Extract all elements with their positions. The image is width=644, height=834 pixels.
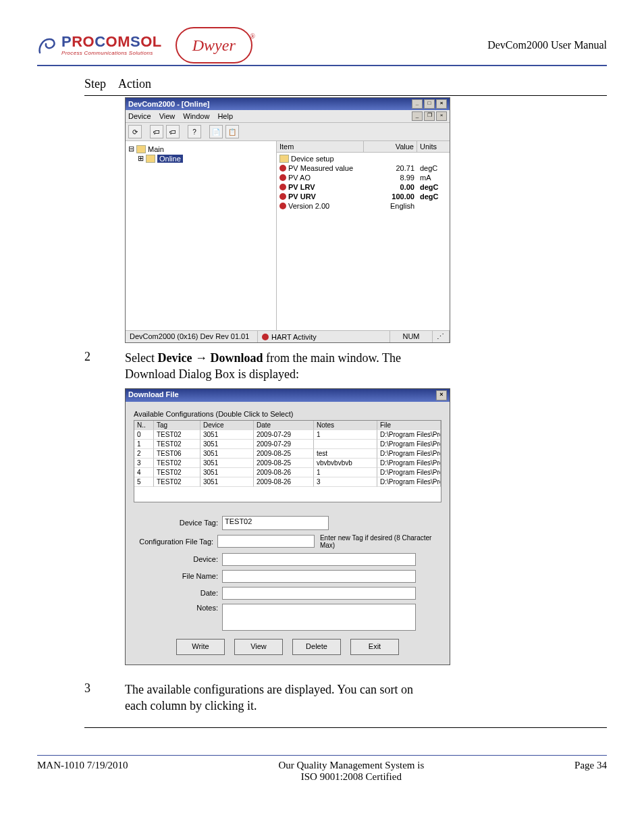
brand-tagline: Process Communications Solutions bbox=[61, 51, 162, 56]
config-tag-label: Configuration File Tag: bbox=[134, 538, 217, 546]
separator bbox=[84, 727, 607, 728]
dialog-caption: Available Configurations (Double Click t… bbox=[134, 410, 441, 418]
col-value[interactable]: Value bbox=[364, 141, 417, 152]
status-num: NUM bbox=[390, 331, 433, 342]
view-button[interactable]: View bbox=[234, 639, 283, 655]
tree-pane: ⊟Main ⊞Online bbox=[126, 141, 277, 330]
table-row[interactable]: 0TEST0230512009-07-291D:\Program Files\P… bbox=[134, 430, 441, 440]
param-icon bbox=[279, 165, 286, 172]
col-step: Step bbox=[84, 77, 106, 91]
col-file[interactable]: File bbox=[377, 421, 441, 430]
resize-grip-icon: ⋰ bbox=[433, 331, 450, 342]
status-hart: HART Activity bbox=[271, 333, 317, 341]
device-tag-label: Device Tag: bbox=[134, 519, 222, 527]
status-bar: DevCom2000 (0x16) Dev Rev 01.01 HART Act… bbox=[126, 330, 450, 342]
toolbar-btn-4[interactable]: ? bbox=[188, 125, 201, 138]
col-notes[interactable]: Notes bbox=[314, 421, 377, 430]
minimize-icon[interactable]: _ bbox=[412, 99, 423, 109]
manual-title: DevCom2000 User Manual bbox=[487, 39, 607, 51]
param-icon bbox=[279, 184, 286, 190]
menu-help[interactable]: Help bbox=[217, 112, 233, 120]
table-row[interactable]: 5TEST0230512009-08-263D:\Program Files\P… bbox=[134, 477, 441, 487]
config-tag-hint: Enter new Tag if desired (8 Character Ma… bbox=[320, 534, 441, 549]
app-window-screenshot: DevCom2000 - [Online] _ □ × Device View … bbox=[125, 97, 450, 343]
menu-view[interactable]: View bbox=[159, 112, 176, 120]
step-text: Select Device → Download from the main w… bbox=[125, 350, 435, 383]
notes-input[interactable] bbox=[222, 604, 416, 631]
table-row[interactable]: 2TEST0630512009-08-25testD:\Program File… bbox=[134, 449, 441, 459]
step-number: 2 bbox=[84, 350, 98, 364]
config-table: N.. Tag Device Date Notes File 0TEST0230… bbox=[134, 420, 441, 502]
procomsol-logo: PROCOMSOL Process Communications Solutio… bbox=[37, 34, 162, 56]
toolbar-btn-3[interactable]: 🏷 bbox=[166, 125, 180, 138]
folder-icon bbox=[136, 145, 146, 153]
footer-left: MAN-1010 7/19/2010 bbox=[37, 760, 128, 783]
brand-name: PROCOMSOL bbox=[61, 34, 162, 49]
footer-mid-1: Our Quality Management System is bbox=[128, 760, 574, 771]
config-tag-input[interactable] bbox=[217, 535, 315, 548]
table-row[interactable]: 4TEST0230512009-08-261D:\Program Files\P… bbox=[134, 468, 441, 477]
dialog-close-icon[interactable]: × bbox=[436, 390, 447, 400]
exit-button[interactable]: Exit bbox=[350, 639, 399, 655]
arrow-icon: → bbox=[195, 351, 207, 365]
col-action: Action bbox=[118, 77, 151, 91]
footer-mid-2: ISO 9001:2008 Certified bbox=[128, 771, 574, 783]
table-row[interactable]: 3TEST0230512009-08-25vbvbvbvbvbD:\Progra… bbox=[134, 459, 441, 468]
toolbar: ⟳ 🏷 🏷 ? 📄 📋 bbox=[126, 123, 450, 141]
title-bar: DevCom2000 - [Online] _ □ × bbox=[126, 98, 450, 110]
step-text: The available configurations are display… bbox=[125, 681, 435, 714]
mdi-bar: Device View Window Help _ ❐ × bbox=[126, 110, 450, 123]
tree-online[interactable]: Online bbox=[157, 155, 183, 163]
delete-button[interactable]: Delete bbox=[292, 639, 341, 655]
filename-input[interactable] bbox=[222, 570, 416, 583]
tree-main[interactable]: Main bbox=[148, 145, 164, 153]
mdi-close-icon[interactable]: × bbox=[436, 111, 447, 121]
list-row[interactable]: Device setup bbox=[277, 154, 450, 163]
footer-right: Page 34 bbox=[574, 760, 607, 783]
col-item[interactable]: Item bbox=[277, 141, 364, 152]
window-title: DevCom2000 - [Online] bbox=[128, 100, 209, 108]
logos: PROCOMSOL Process Communications Solutio… bbox=[37, 27, 252, 63]
date-label: Date: bbox=[134, 589, 222, 597]
toolbar-btn-2[interactable]: 🏷 bbox=[150, 125, 163, 138]
filename-label: File Name: bbox=[134, 572, 222, 580]
status-left: DevCom2000 (0x16) Dev Rev 01.01 bbox=[126, 331, 258, 342]
list-pane: Item Value Units Device setupPV Measured… bbox=[277, 141, 450, 330]
toolbar-btn-1[interactable]: ⟳ bbox=[128, 125, 142, 138]
device-input[interactable] bbox=[222, 553, 416, 566]
maximize-icon[interactable]: □ bbox=[424, 99, 435, 109]
table-row[interactable]: 1TEST0230512009-07-29D:\Program Files\Pr… bbox=[134, 440, 441, 449]
col-date[interactable]: Date bbox=[254, 421, 314, 430]
close-icon[interactable]: × bbox=[436, 99, 447, 109]
menu-device[interactable]: Device bbox=[128, 112, 151, 120]
write-button[interactable]: Write bbox=[176, 639, 225, 655]
dwyer-logo: Dwyer bbox=[176, 27, 252, 63]
list-row[interactable]: PV LRV0.00degC bbox=[277, 182, 450, 192]
col-device[interactable]: Device bbox=[200, 421, 254, 430]
notes-label: Notes: bbox=[134, 604, 222, 612]
page-header: PROCOMSOL Process Communications Solutio… bbox=[37, 27, 607, 66]
download-dialog-screenshot: Download File × Available Configurations… bbox=[125, 388, 450, 665]
col-tag[interactable]: Tag bbox=[154, 421, 200, 430]
mdi-restore-icon[interactable]: ❐ bbox=[424, 111, 435, 121]
menu-window[interactable]: Window bbox=[183, 112, 209, 120]
list-row[interactable]: PV AO8.99mA bbox=[277, 173, 450, 182]
step-number: 3 bbox=[84, 681, 98, 696]
swirl-icon bbox=[37, 35, 57, 55]
list-row[interactable]: PV URV100.00degC bbox=[277, 192, 450, 201]
date-input[interactable] bbox=[222, 587, 416, 600]
page-footer: MAN-1010 7/19/2010 Our Quality Managemen… bbox=[37, 755, 607, 783]
list-row[interactable]: Version 2.00English bbox=[277, 201, 450, 211]
hart-led-icon bbox=[262, 334, 269, 340]
mdi-minimize-icon[interactable]: _ bbox=[412, 111, 423, 121]
folder-icon bbox=[146, 155, 155, 163]
toolbar-btn-5[interactable]: 📄 bbox=[209, 125, 223, 138]
toolbar-btn-6[interactable]: 📋 bbox=[225, 125, 239, 138]
list-row[interactable]: PV Measured value20.71degC bbox=[277, 163, 450, 173]
device-tag-input[interactable]: TEST02 bbox=[222, 516, 329, 530]
col-n[interactable]: N.. bbox=[134, 421, 154, 430]
param-icon bbox=[279, 203, 286, 209]
col-units[interactable]: Units bbox=[417, 141, 450, 152]
device-label: Device: bbox=[134, 555, 222, 563]
dialog-title: Download File bbox=[128, 390, 179, 400]
